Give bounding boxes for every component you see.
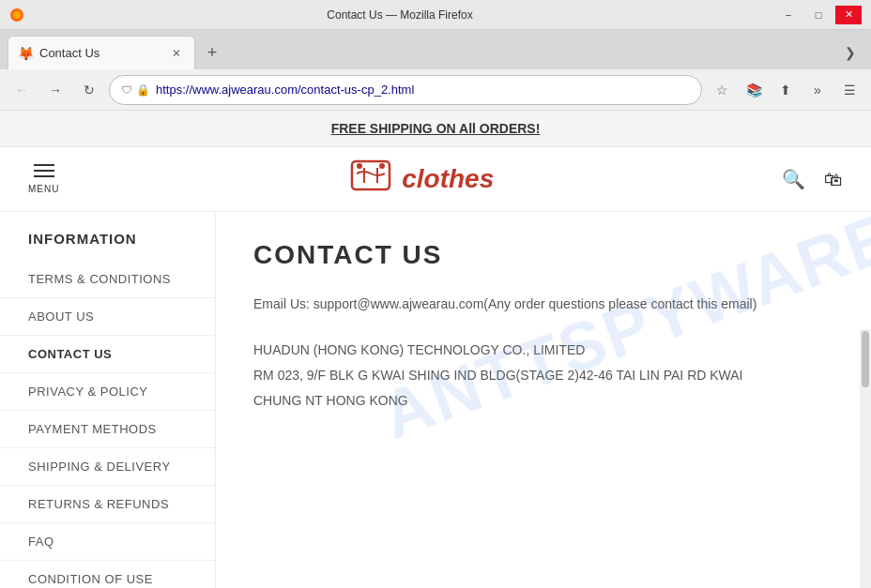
- cart-icon[interactable]: 🛍: [824, 169, 843, 190]
- tab-overflow-button[interactable]: ❯: [837, 39, 863, 66]
- main-layout: INFORMATION TERMS & CONDITIONS ABOUT US …: [0, 212, 871, 588]
- svg-point-1: [13, 11, 21, 19]
- site-wrapper: FREE SHIPPING ON All ORDERS! MENU c: [0, 111, 871, 588]
- sidebar-link-faq[interactable]: FAQ: [0, 523, 215, 561]
- header-actions: 🔍 🛍: [782, 168, 843, 190]
- menu-line-2: [34, 170, 54, 172]
- window-controls: − □ ✕: [775, 6, 862, 24]
- sidebar-link-privacy[interactable]: PRIVACY & POLICY: [0, 373, 215, 411]
- scrollbar[interactable]: [860, 329, 871, 588]
- logo-area[interactable]: clothes: [347, 157, 494, 202]
- sidebar-item-terms[interactable]: TERMS & CONDITIONS: [0, 261, 215, 298]
- reload-button[interactable]: ↻: [75, 76, 103, 104]
- scrollbar-thumb[interactable]: [862, 331, 869, 387]
- nav-bar: ← → ↻ 🛡 🔒 https://www.ajwearau.com/conta…: [0, 69, 871, 111]
- extensions-button[interactable]: »: [803, 76, 832, 104]
- tab-bar: 🦊 Contact Us ✕ + ❯: [0, 30, 871, 69]
- sidebar-nav: TERMS & CONDITIONS ABOUT US CONTACT US P…: [0, 261, 215, 588]
- svg-point-4: [379, 163, 385, 169]
- back-button[interactable]: ←: [8, 76, 36, 104]
- menu-line-3: [34, 175, 54, 177]
- sidebar-link-terms[interactable]: TERMS & CONDITIONS: [0, 261, 215, 298]
- free-shipping-link[interactable]: FREE SHIPPING ON All ORDERS!: [331, 121, 541, 136]
- search-icon[interactable]: 🔍: [782, 168, 805, 190]
- bookmarks-sidebar-button[interactable]: 📚: [740, 76, 768, 104]
- logo-icon: [347, 157, 394, 202]
- maximize-button[interactable]: □: [805, 6, 832, 24]
- tab-title: Contact Us: [39, 46, 162, 60]
- new-tab-button[interactable]: +: [199, 39, 225, 66]
- shield-icon: 🛡: [121, 83, 132, 97]
- close-button[interactable]: ✕: [835, 6, 862, 24]
- sidebar-link-shipping[interactable]: SHIPPING & DELIVERY: [0, 448, 215, 486]
- sidebar: INFORMATION TERMS & CONDITIONS ABOUT US …: [0, 212, 216, 588]
- menu-line-1: [34, 164, 54, 166]
- sidebar-item-shipping[interactable]: SHIPPING & DELIVERY: [0, 448, 215, 486]
- sidebar-item-about[interactable]: ABOUT US: [0, 298, 215, 336]
- tab-favicon: 🦊: [18, 46, 34, 61]
- active-tab[interactable]: 🦊 Contact Us ✕: [8, 36, 195, 69]
- sidebar-item-faq[interactable]: FAQ: [0, 523, 215, 561]
- sidebar-link-about[interactable]: ABOUT US: [0, 298, 215, 336]
- bookmark-button[interactable]: ☆: [708, 76, 736, 104]
- page-title: CONTACT US: [253, 240, 833, 270]
- menu-button[interactable]: ☰: [835, 76, 863, 104]
- title-bar: Contact Us — Mozilla Firefox − □ ✕: [0, 0, 871, 30]
- title-bar-left: [9, 8, 24, 23]
- address-line2: CHUNG NT HONG KONG: [253, 388, 833, 414]
- sidebar-item-returns[interactable]: RETURNS & REFUNDS: [0, 486, 215, 523]
- sidebar-item-contact[interactable]: CONTACT US: [0, 336, 215, 373]
- sidebar-link-condition[interactable]: CONDITION OF USE: [0, 561, 215, 588]
- company-name: HUADUN (HONG KONG) TECHNOLOGY CO., LIMIT…: [253, 338, 833, 363]
- address-line1: RM 023, 9/F BLK G KWAI SHING IND BLDG(ST…: [253, 363, 833, 388]
- window-title: Contact Us — Mozilla Firefox: [24, 8, 775, 22]
- free-shipping-banner: FREE SHIPPING ON All ORDERS!: [0, 111, 871, 147]
- forward-button[interactable]: →: [41, 76, 69, 104]
- sidebar-title: INFORMATION: [0, 231, 215, 261]
- lock-icon: 🔒: [136, 83, 150, 97]
- hamburger-icon: [34, 164, 54, 177]
- content-area: CONTACT US Email Us: support@www.ajweara…: [216, 212, 871, 588]
- sidebar-link-contact[interactable]: CONTACT US: [0, 336, 215, 373]
- share-button[interactable]: ⬆: [772, 76, 800, 104]
- logo-text: clothes: [402, 164, 494, 194]
- contact-email: Email Us: support@www.ajwearau.com(Any o…: [253, 294, 833, 314]
- menu-label: MENU: [28, 184, 59, 194]
- sidebar-link-payment[interactable]: PAYMENT METHODS: [0, 411, 215, 448]
- sidebar-item-condition[interactable]: CONDITION OF USE: [0, 561, 215, 588]
- contact-address: HUADUN (HONG KONG) TECHNOLOGY CO., LIMIT…: [253, 338, 833, 413]
- sidebar-link-returns[interactable]: RETURNS & REFUNDS: [0, 486, 215, 523]
- firefox-icon: [9, 8, 24, 23]
- menu-button[interactable]: MENU: [28, 164, 59, 194]
- minimize-button[interactable]: −: [775, 6, 802, 24]
- address-bar[interactable]: 🛡 🔒 https://www.ajwearau.com/contact-us-…: [109, 75, 702, 105]
- url-text: https://www.ajwearau.com/contact-us-cp_2…: [156, 83, 690, 97]
- tab-close-button[interactable]: ✕: [168, 45, 185, 62]
- sidebar-item-privacy[interactable]: PRIVACY & POLICY: [0, 373, 215, 411]
- site-header: MENU clothes 🔍 🛍: [0, 147, 871, 212]
- nav-actions: ☆ 📚 ⬆ » ☰: [708, 76, 863, 104]
- sidebar-item-payment[interactable]: PAYMENT METHODS: [0, 411, 215, 448]
- address-bar-icons: 🛡 🔒: [121, 83, 150, 97]
- svg-point-3: [357, 163, 362, 169]
